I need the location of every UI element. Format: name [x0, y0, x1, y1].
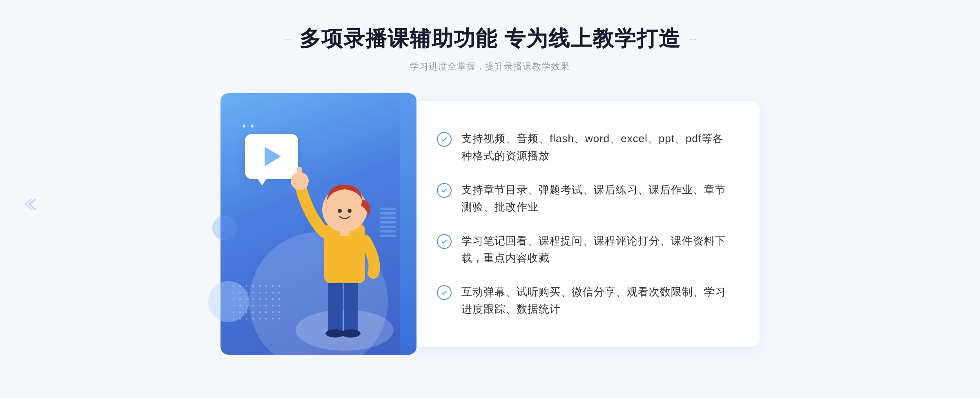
feature-text-3: 学习笔记回看、课程提问、课程评论打分、课件资料下载，重点内容收藏	[461, 233, 731, 266]
feature-item-3: 学习笔记回看、课程提问、课程评论打分、课件资料下载，重点内容收藏	[437, 229, 731, 270]
svg-point-29	[341, 329, 361, 338]
main-content: ✦ ✦	[204, 93, 776, 355]
header-title-row: ··· 多项录播课辅助功能 专为线上教学打造 ···	[284, 25, 696, 53]
check-icon-1	[437, 132, 452, 147]
svg-rect-32	[297, 167, 302, 183]
circle-decoration-2	[212, 216, 237, 240]
stars-decoration: ✦ ✦	[241, 122, 255, 131]
check-icon-3	[437, 234, 452, 249]
figure-illustration	[279, 142, 410, 355]
svg-point-34	[338, 209, 342, 213]
check-icon-4	[437, 285, 452, 300]
page-title: 多项录播课辅助功能 专为线上教学打造	[299, 25, 681, 53]
page-subtitle: 学习进度全掌握，提升录播课教学效果	[284, 60, 696, 73]
feature-text-4: 互动弹幕、试听购买、微信分享、观看次数限制、学习进度跟踪、数据统计	[461, 284, 731, 318]
svg-rect-27	[344, 277, 358, 334]
svg-rect-26	[328, 277, 343, 334]
feature-item-2: 支持章节目录、弹题考试、课后练习、课后作业、章节测验、批改作业	[437, 178, 731, 219]
svg-rect-36	[340, 228, 350, 236]
feature-text-1: 支持视频、音频、flash、word、excel、ppt、pdf等各种格式的资源…	[461, 130, 731, 164]
features-list: 支持视频、音频、flash、word、excel、ppt、pdf等各种格式的资源…	[437, 122, 731, 326]
page-wrapper: ··· 多项录播课辅助功能 专为线上教学打造 ··· 学习进度全掌握，提升录播课…	[0, 0, 980, 398]
circle-decoration-1	[208, 281, 249, 322]
left-decorator: ···	[284, 32, 291, 45]
chevron-left-icon	[24, 196, 40, 216]
play-icon	[265, 147, 281, 166]
feature-text-2: 支持章节目录、弹题考试、课后练习、课后作业、章节测验、批改作业	[461, 181, 731, 215]
features-panel: 支持视频、音频、flash、word、excel、ppt、pdf等各种格式的资源…	[408, 101, 760, 347]
header-section: ··· 多项录播课辅助功能 专为线上教学打造 ··· 学习进度全掌握，提升录播课…	[284, 0, 696, 81]
feature-item-1: 支持视频、音频、flash、word、excel、ppt、pdf等各种格式的资源…	[437, 127, 731, 168]
svg-point-35	[347, 209, 352, 213]
feature-item-4: 互动弹幕、试听购买、微信分享、观看次数限制、学习进度跟踪、数据统计	[437, 280, 731, 321]
right-decorator: ···	[689, 32, 696, 45]
check-icon-2	[437, 183, 452, 198]
illustration-card: ✦ ✦	[220, 93, 416, 355]
